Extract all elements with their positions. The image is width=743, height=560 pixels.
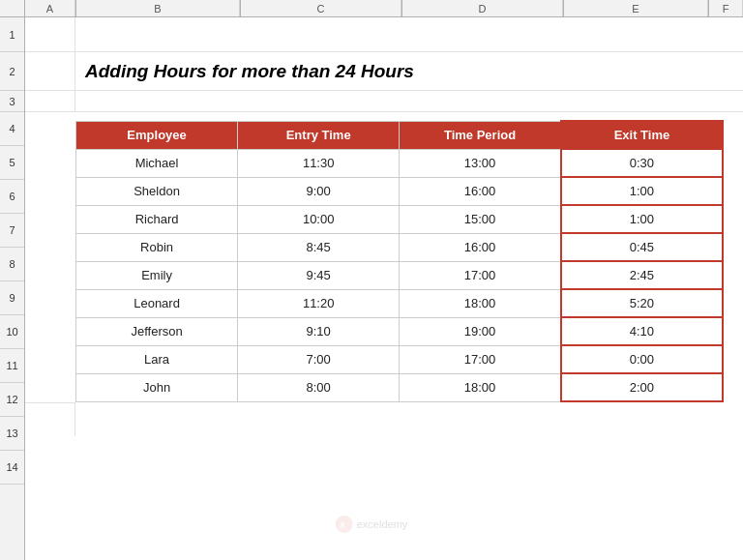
row-num-11: 11 [0,349,24,383]
row-num-12: 12 [0,383,24,417]
entry-cell[interactable]: 8:45 [238,233,400,261]
row-num-10: 10 [0,315,24,349]
row-num-14: 14 [0,451,24,485]
cell-rest-14[interactable] [75,402,743,436]
entry-cell[interactable]: 11:20 [238,289,400,317]
table-row: Emily 9:45 17:00 2:45 [76,261,724,289]
grid-content: Adding Hours for more than 24 Hours Empl… [25,17,743,560]
grid-row-3 [25,91,743,112]
entry-cell[interactable]: 8:00 [238,373,400,401]
row-num-3: 3 [0,91,24,112]
exit-cell[interactable]: 0:30 [561,149,723,177]
exit-cell[interactable]: 1:00 [561,205,723,233]
corner-cell [0,0,25,16]
table-row: Robin 8:45 16:00 0:45 [76,233,724,261]
col-headers-strip: A B C D E F [0,0,743,17]
header-time-period: Time Period [400,121,561,149]
watermark: X exceldemy [336,516,408,533]
entry-cell[interactable]: 9:00 [238,177,400,205]
employee-cell[interactable]: Robin [76,233,238,261]
period-cell[interactable]: 13:00 [400,149,561,177]
header-exit-time: Exit Time [561,121,723,149]
exit-cell[interactable]: 2:45 [561,261,723,289]
col-a-header: A [25,0,75,16]
row-numbers: 1 2 3 4 5 6 7 8 9 10 11 12 13 14 [0,17,25,560]
table-header-row: Employee Entry Time Time Period Exit Tim… [76,121,724,149]
entry-cell[interactable]: 10:00 [238,205,400,233]
table-row: Sheldon 9:00 16:00 1:00 [76,177,724,205]
spreadsheet: A B C D E F 1 2 3 4 5 6 7 8 9 10 11 12 1… [0,0,743,560]
row-num-13: 13 [0,417,24,451]
header-entry-time: Entry Time [238,121,400,149]
cell-a1[interactable] [25,17,75,52]
table-row: Leonard 11:20 18:00 5:20 [76,289,724,317]
period-cell[interactable]: 16:00 [400,233,561,261]
employee-cell[interactable]: Lara [76,345,238,373]
grid-row-1 [25,17,743,52]
data-table: Employee Entry Time Time Period Exit Tim… [75,120,724,402]
period-cell[interactable]: 19:00 [400,317,561,345]
exit-cell[interactable]: 5:20 [561,289,723,317]
row-num-7: 7 [0,214,24,248]
employee-cell[interactable]: Sheldon [76,177,238,205]
entry-cell[interactable]: 7:00 [238,345,400,373]
row-num-6: 6 [0,180,24,214]
period-cell[interactable]: 16:00 [400,177,561,205]
table-row: Jefferson 9:10 19:00 4:10 [76,317,724,345]
cell-a14[interactable] [25,402,75,436]
svg-text:X: X [340,520,345,530]
table-body: Michael 11:30 13:00 0:30 Sheldon 9:00 16… [76,149,724,401]
exit-cell[interactable]: 2:00 [561,373,723,401]
table-container: Employee Entry Time Time Period Exit Tim… [25,120,743,402]
cell-rest-1[interactable] [75,17,743,52]
table-row: Michael 11:30 13:00 0:30 [76,149,724,177]
exit-cell[interactable]: 0:45 [561,233,723,261]
row-num-1: 1 [0,17,24,52]
row-num-2: 2 [0,52,24,91]
exit-cell[interactable]: 4:10 [561,317,723,345]
employee-cell[interactable]: Richard [76,205,238,233]
watermark-logo-icon: X [336,516,353,533]
table-row: Richard 10:00 15:00 1:00 [76,205,724,233]
employee-cell[interactable]: Michael [76,149,238,177]
exit-cell[interactable]: 1:00 [561,177,723,205]
watermark-text: exceldemy [357,518,408,530]
period-cell[interactable]: 17:00 [400,261,561,289]
entry-cell[interactable]: 11:30 [238,149,400,177]
page-title: Adding Hours for more than 24 Hours [85,61,414,82]
period-cell[interactable]: 18:00 [400,289,561,317]
grid-row-14 [25,402,743,436]
col-c-header: C [240,0,401,16]
col-e-header: E [563,0,708,16]
employee-cell[interactable]: Emily [76,261,238,289]
row-num-4: 4 [0,112,24,146]
period-cell[interactable]: 18:00 [400,373,561,401]
employee-cell[interactable]: John [76,373,238,401]
grid-row-2: Adding Hours for more than 24 Hours [25,52,743,91]
exit-cell[interactable]: 0:00 [561,345,723,373]
row-num-5: 5 [0,146,24,180]
period-cell[interactable]: 17:00 [400,345,561,373]
title-cell[interactable]: Adding Hours for more than 24 Hours [75,52,743,91]
entry-cell[interactable]: 9:45 [238,261,400,289]
header-employee: Employee [76,121,238,149]
period-cell[interactable]: 15:00 [400,205,561,233]
employee-cell[interactable]: Jefferson [76,317,238,345]
cell-rest-3[interactable] [75,91,743,112]
col-d-header: D [401,0,563,16]
entry-cell[interactable]: 9:10 [238,317,400,345]
table-row: Lara 7:00 17:00 0:00 [76,345,724,373]
sheet-body: 1 2 3 4 5 6 7 8 9 10 11 12 13 14 [0,17,743,560]
col-f-header: F [708,0,743,16]
cell-a3[interactable] [25,91,75,112]
employee-cell[interactable]: Leonard [76,289,238,317]
row-num-9: 9 [0,281,24,315]
col-b-header: B [75,0,240,16]
cell-a2[interactable] [25,52,75,91]
row-num-8: 8 [0,248,24,281]
table-row: John 8:00 18:00 2:00 [76,373,724,401]
